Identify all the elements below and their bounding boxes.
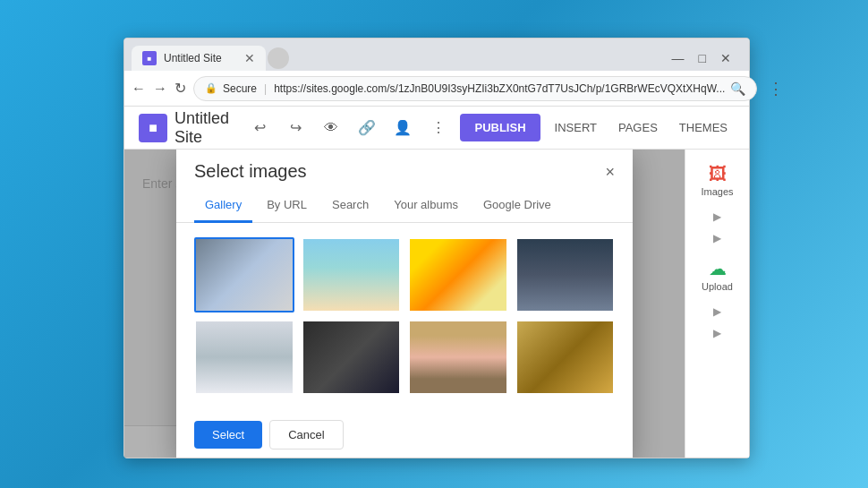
page-content: Enter si... 📅 Calendar Select images × [124, 150, 685, 458]
image-thumb[interactable] [302, 237, 402, 312]
tab-by-url[interactable]: By URL [256, 189, 318, 223]
url-bar[interactable]: 🔒 Secure | https://sites.google.com/s/1z… [193, 76, 757, 101]
search-icon: 🔍 [730, 81, 745, 96]
image-thumb[interactable] [302, 320, 402, 395]
dialog-header: Select images × [176, 150, 633, 182]
sidebar-item-upload[interactable]: ☁ Upload [689, 251, 746, 299]
insert-tab[interactable]: INSERT [548, 117, 604, 138]
pages-tab[interactable]: PAGES [611, 117, 665, 138]
image-preview [196, 321, 293, 393]
select-button[interactable]: Select [194, 421, 262, 449]
themes-tab[interactable]: THEMES [672, 117, 735, 138]
image-preview [410, 239, 506, 311]
image-preview [517, 321, 614, 393]
window-controls: — □ ✕ [661, 51, 742, 71]
browser-window: Untitled Site ✕ — □ ✕ ← → ↻ 🔒 Secure | h… [123, 38, 750, 458]
image-thumb[interactable] [408, 237, 508, 312]
sidebar-scroll-1[interactable]: ▶ [709, 208, 727, 226]
share-button[interactable]: 👤 [388, 114, 417, 142]
dialog-title: Select images [194, 161, 307, 182]
upload-label: Upload [702, 281, 733, 292]
preview-button[interactable]: 👁 [317, 114, 345, 142]
images-icon: 🖼 [709, 164, 727, 184]
image-grid [194, 237, 615, 394]
select-images-dialog: Select images × Gallery By URL Search Yo… [176, 150, 633, 458]
sidebar-scroll-2[interactable]: ▶ [709, 229, 727, 247]
browser-menu-button[interactable]: ⋮ [764, 79, 787, 98]
site-icon: ■ [139, 114, 167, 142]
forward-button[interactable]: → [153, 78, 167, 99]
redo-button[interactable]: ↪ [281, 114, 310, 142]
toolbar-actions: ↩ ↪ 👁 🔗 👤 ⋮ PUBLISH INSERT PAGES THEMES [245, 114, 735, 142]
image-preview [303, 239, 400, 311]
undo-button[interactable]: ↩ [245, 114, 274, 142]
tab-close-button[interactable]: ✕ [244, 52, 255, 64]
image-preview [517, 239, 614, 311]
new-tab-button[interactable] [266, 46, 291, 71]
cancel-button[interactable]: Cancel [269, 420, 343, 449]
image-thumb[interactable] [515, 237, 616, 312]
dialog-body [176, 223, 633, 408]
reload-button[interactable]: ↻ [174, 78, 186, 99]
main-content: Enter si... 📅 Calendar Select images × [124, 150, 749, 458]
tab-title: Untitled Site [164, 52, 237, 64]
sidebar-item-images[interactable]: 🖼 Images [689, 157, 746, 204]
close-window-button[interactable]: ✕ [720, 51, 731, 65]
publish-button[interactable]: PUBLISH [460, 114, 540, 141]
images-label: Images [701, 186, 733, 197]
modal-overlay: Select images × Gallery By URL Search Yo… [124, 150, 685, 458]
url-text: https://sites.google.com/s/1zJnB0U9I3syH… [274, 82, 725, 95]
tab-search[interactable]: Search [321, 189, 379, 223]
image-thumb[interactable] [408, 320, 508, 395]
site-name: Untitled Site [174, 109, 238, 147]
more-options-button[interactable]: ⋮ [424, 114, 453, 142]
tab-bar: Untitled Site ✕ — □ ✕ [124, 39, 749, 71]
image-thumb[interactable] [194, 237, 294, 312]
image-thumb[interactable] [515, 320, 616, 395]
site-toolbar: ■ Untitled Site ↩ ↪ 👁 🔗 👤 ⋮ PUBLISH INSE… [124, 107, 749, 150]
sidebar-scroll-3[interactable]: ▶ [709, 303, 727, 321]
minimize-button[interactable]: — [672, 51, 685, 65]
image-preview [410, 321, 506, 393]
back-button[interactable]: ← [132, 78, 146, 99]
link-button[interactable]: 🔗 [353, 114, 381, 142]
dialog-tabs: Gallery By URL Search Your albums Google… [176, 189, 633, 223]
right-sidebar: 🖼 Images ▶ ▶ ☁ Upload ▶ ▶ [685, 150, 749, 458]
tab-google-drive[interactable]: Google Drive [472, 189, 562, 223]
tab-your-albums[interactable]: Your albums [383, 189, 469, 223]
image-preview [196, 239, 293, 311]
dialog-close-button[interactable]: × [605, 164, 615, 180]
dialog-footer: Select Cancel [176, 409, 633, 458]
image-preview [303, 321, 400, 393]
image-thumb[interactable] [194, 320, 294, 395]
browser-tab[interactable]: Untitled Site ✕ [132, 46, 266, 71]
tab-gallery[interactable]: Gallery [194, 189, 252, 223]
upload-icon: ☁ [709, 258, 727, 279]
tab-favicon [142, 51, 157, 65]
sidebar-scroll-4[interactable]: ▶ [709, 324, 727, 342]
address-bar: ← → ↻ 🔒 Secure | https://sites.google.co… [124, 71, 749, 107]
secure-icon: 🔒 [205, 82, 217, 94]
maximize-button[interactable]: □ [699, 51, 706, 65]
secure-label: Secure [223, 82, 257, 95]
